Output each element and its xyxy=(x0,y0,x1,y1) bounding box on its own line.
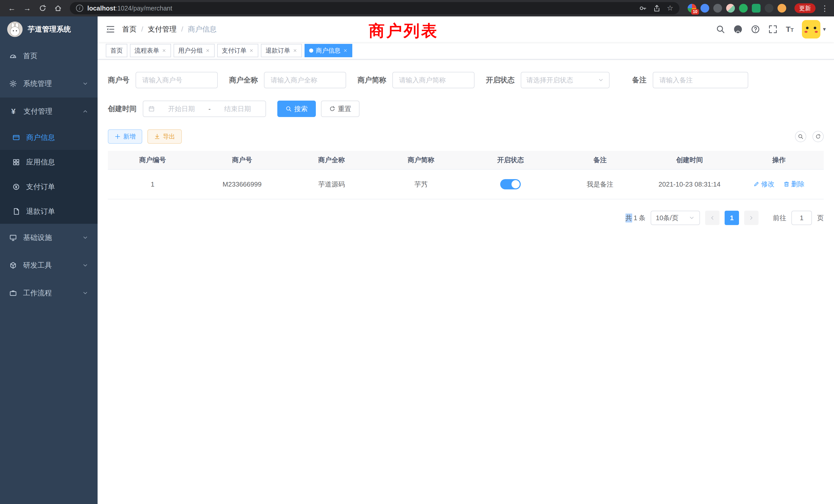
filter-row-2: 创建时间 开始日期 - 结束日期 搜索 重置 xyxy=(108,100,824,117)
merchant-short-name-input[interactable] xyxy=(392,72,475,88)
sidebar-toggle-icon[interactable] xyxy=(106,25,115,34)
delete-link[interactable]: 删除 xyxy=(784,180,805,189)
browser-refresh-button[interactable] xyxy=(36,2,49,15)
tab-home[interactable]: 首页 xyxy=(106,44,127,57)
sidebar-item-payment[interactable]: ¥ 支付管理 xyxy=(0,97,97,125)
browser-menu-icon[interactable]: ⋮ xyxy=(821,4,829,13)
filter-create-time: 创建时间 开始日期 - 结束日期 xyxy=(108,100,266,117)
create-time-range-picker[interactable]: 开始日期 - 结束日期 xyxy=(143,100,266,117)
browser-forward-button[interactable]: → xyxy=(21,2,34,15)
reset-button[interactable]: 重置 xyxy=(321,100,359,117)
goto-page-input[interactable] xyxy=(791,211,812,225)
status-toggle[interactable] xyxy=(500,179,521,189)
address-bar[interactable]: i localhost:1024/pay/merchant ☆ xyxy=(70,2,679,14)
prev-page-button[interactable] xyxy=(705,211,720,225)
search-button[interactable]: 搜索 xyxy=(277,100,316,117)
tab-close-icon[interactable] xyxy=(162,48,167,53)
extension-icon-green-circle[interactable] xyxy=(739,4,748,13)
tab-label: 支付订单 xyxy=(222,46,246,55)
github-icon[interactable] xyxy=(733,25,743,34)
pagination: 共 1 条 10条/页 1 前往 xyxy=(108,211,824,225)
edit-link[interactable]: 修改 xyxy=(753,180,774,189)
merchant-name-input[interactable] xyxy=(264,72,346,88)
sidebar-item-infrastructure[interactable]: 基础设施 xyxy=(0,224,97,251)
share-icon[interactable] xyxy=(653,4,661,12)
top-navbar: 首页 / 支付管理 / 商户信息 商户列表 TT ▾ xyxy=(97,17,834,42)
toggle-search-button[interactable] xyxy=(795,131,806,142)
site-info-icon[interactable]: i xyxy=(76,5,83,12)
breadcrumb-home[interactable]: 首页 xyxy=(122,24,137,34)
page-size-value: 10条/页 xyxy=(656,213,678,223)
page-number-button[interactable]: 1 xyxy=(725,211,739,225)
sidebar-item-refund-orders[interactable]: 退款订单 xyxy=(0,199,97,224)
sidebar-item-home[interactable]: 首页 xyxy=(0,42,97,70)
extension-icon-dark[interactable] xyxy=(765,4,773,13)
fullscreen-icon[interactable] xyxy=(768,25,777,34)
tab-merchant-info[interactable]: 商户信息 xyxy=(305,44,352,57)
sidebar-item-app-info[interactable]: 应用信息 xyxy=(0,150,97,175)
remark-input[interactable] xyxy=(653,72,748,88)
font-size-icon[interactable]: TT xyxy=(786,25,794,33)
cell-status xyxy=(466,169,555,199)
app-logo[interactable]: 芋道管理系统 xyxy=(0,17,97,42)
bookmark-star-icon[interactable]: ☆ xyxy=(667,5,673,12)
sidebar: 芋道管理系统 首页 系统管理 ¥ 支付管理 xyxy=(0,17,97,504)
sidebar-item-system[interactable]: 系统管理 xyxy=(0,70,97,97)
tab-payment-orders[interactable]: 支付订单 xyxy=(217,44,258,57)
omnibox-actions: ☆ xyxy=(639,4,673,12)
tab-refund-orders[interactable]: 退款订单 xyxy=(261,44,302,57)
breadcrumb-payment[interactable]: 支付管理 xyxy=(148,24,177,34)
help-icon[interactable] xyxy=(751,25,760,34)
date-end-placeholder: 结束日期 xyxy=(215,105,260,113)
browser-update-button[interactable]: 更新 xyxy=(794,3,815,13)
chevron-up-icon xyxy=(82,108,88,114)
tab-close-icon[interactable] xyxy=(343,48,348,53)
tags-view-bar: 首页 流程表单 用户分组 支付订单 退款订单 xyxy=(97,42,834,60)
active-tab-dot xyxy=(309,48,313,53)
extension-icon-gray[interactable] xyxy=(713,4,722,13)
goto-label: 前往 xyxy=(773,213,786,223)
breadcrumb-separator: / xyxy=(141,25,143,33)
sidebar-item-payment-orders[interactable]: 支付订单 xyxy=(0,175,97,199)
sidebar-item-label: 支付管理 xyxy=(24,107,76,116)
chevron-down-icon xyxy=(82,234,88,241)
url-text: localhost:1024/pay/merchant xyxy=(87,5,635,12)
tab-close-icon[interactable] xyxy=(249,48,254,53)
page: ← → i localhost:1024/pay/merchant ☆ 10 xyxy=(0,0,834,504)
search-icon[interactable] xyxy=(716,25,725,34)
status-select[interactable]: 请选择开启状态 xyxy=(521,72,610,88)
next-page-button[interactable] xyxy=(744,211,759,225)
reset-button-label: 重置 xyxy=(338,105,351,113)
add-button[interactable]: 新增 xyxy=(108,129,142,144)
download-icon xyxy=(154,134,160,140)
tab-user-group[interactable]: 用户分组 xyxy=(174,44,215,57)
sidebar-item-workflow[interactable]: 工作流程 xyxy=(0,279,97,307)
yen-icon: ¥ xyxy=(9,107,18,116)
tab-close-icon[interactable] xyxy=(205,48,210,53)
extension-icon-green-square[interactable] xyxy=(752,4,761,13)
chevron-down-icon xyxy=(82,81,88,87)
tab-close-icon[interactable] xyxy=(293,48,297,53)
filter-merchant-name: 商户全称 xyxy=(229,72,346,88)
filter-label: 备注 xyxy=(632,75,646,85)
filter-label: 开启状态 xyxy=(486,75,514,85)
sidebar-item-merchant-info[interactable]: 商户信息 xyxy=(0,125,97,150)
tab-process-form[interactable]: 流程表单 xyxy=(130,44,171,57)
browser-home-button[interactable] xyxy=(51,2,65,15)
browser-profile-avatar[interactable] xyxy=(777,4,786,13)
refresh-icon xyxy=(815,134,821,139)
extension-icon-multicolor[interactable] xyxy=(726,4,735,13)
password-key-icon[interactable] xyxy=(639,4,647,12)
export-button[interactable]: 导出 xyxy=(147,129,182,144)
browser-back-button[interactable]: ← xyxy=(5,2,19,15)
sidebar-item-dev-tools[interactable]: 研发工具 xyxy=(0,251,97,279)
user-menu[interactable]: ▾ xyxy=(802,20,826,39)
refresh-list-button[interactable] xyxy=(812,131,824,142)
cell-merchant-no: M233666999 xyxy=(197,169,287,199)
merchant-no-input[interactable] xyxy=(136,72,218,88)
page-size-select[interactable]: 10条/页 xyxy=(651,211,700,225)
extension-icon-blue[interactable] xyxy=(701,4,709,13)
extension-icon-palette[interactable]: 10 xyxy=(688,4,696,13)
pencil-icon xyxy=(753,181,760,187)
plus-icon xyxy=(114,134,121,140)
